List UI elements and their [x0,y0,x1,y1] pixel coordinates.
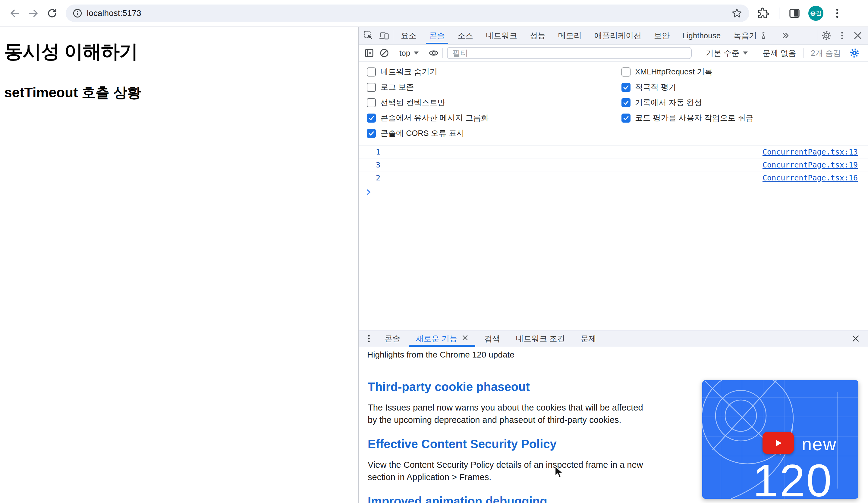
setting-autocomplete-history[interactable]: 기록에서 자동 완성 [613,95,868,110]
console-message-row: 2 ConcurrentPage.tsx:16 [359,171,868,184]
devtools-panel: 요소 콘솔 소스 네트워크 성능 메모리 애플리케이션 보안 Lighthous… [358,27,868,503]
experiment-flask-icon [760,31,768,40]
whats-new-sections: Third-party cookie phaseout The Issues p… [368,363,652,503]
setting-user-activation[interactable]: 코드 평가를 사용자 작업으로 취급 [613,110,868,126]
url-text[interactable]: localhost:5173 [87,8,731,18]
reload-button[interactable] [43,4,61,23]
inspect-cursor-icon [363,30,373,41]
tab-application[interactable]: 애플리케이션 [588,27,648,44]
tab-recorder[interactable]: 녹음기 [727,27,775,44]
hidden-messages-count[interactable]: 2개 숨김 [805,48,847,59]
tab-network[interactable]: 네트워크 [479,27,524,44]
device-toolbar-icon [379,30,389,41]
drawer-menu-button[interactable] [361,331,377,347]
tab-lighthouse[interactable]: Lighthouse [676,27,727,44]
address-bar[interactable]: localhost:5173 [66,4,749,22]
tab-security[interactable]: 보안 [648,27,676,44]
gear-icon [821,30,831,41]
drawer-tabbar: 콘솔 새로운 기능 검색 네트워크 조건 문제 [359,330,868,347]
drawer-close-button[interactable] [843,331,868,347]
site-info-icon[interactable] [72,8,83,18]
checkbox[interactable] [367,129,376,138]
settings-column-right: XMLHttpRequest 기록 적극적 평가 기록에서 자동 완성 코드 평… [613,64,868,141]
close-tab-button[interactable] [462,334,469,343]
live-expression-button[interactable] [426,48,441,58]
devtools-settings-button[interactable] [818,27,834,44]
more-tabs-chevrons-icon [781,31,790,40]
tab-console[interactable]: 콘솔 [423,27,451,44]
devtools-close-button[interactable] [850,27,866,44]
drawer-tab-console[interactable]: 콘솔 [377,331,408,347]
drawer-tab-whats-new[interactable]: 새로운 기능 [408,331,476,347]
console-empty-area[interactable] [359,200,868,330]
back-arrow-icon [9,8,20,19]
chrome-120-video-thumbnail[interactable]: new 120 [702,380,858,499]
drawer-tab-issues[interactable]: 문제 [572,331,604,347]
dropdown-caret-icon [743,52,748,54]
profile-avatar[interactable]: 종길 [808,6,823,21]
ctoolbar-divider3 [442,48,443,58]
ctoolbar-divider4 [755,48,755,58]
checkbox[interactable] [367,67,376,76]
checkbox[interactable] [621,67,630,76]
inspect-element-button[interactable] [360,27,376,44]
console-toolbar: top 기본 수준 문제 없음 2개 숨김 [359,44,868,62]
device-toolbar-button[interactable] [376,27,392,44]
browser-menu-icon[interactable] [831,7,843,19]
ctoolbar-divider2 [425,48,425,58]
console-sidebar-toggle[interactable] [362,48,377,58]
context-selector[interactable]: top [394,49,423,58]
forward-arrow-icon [28,8,39,19]
console-filter-input[interactable] [447,47,692,59]
tab-memory[interactable]: 메모리 [552,27,588,44]
console-messages: 1 ConcurrentPage.tsx:13 3 ConcurrentPage… [359,146,868,200]
setting-preserve-log[interactable]: 로그 보존 [359,80,613,95]
section-title-animation-debugging[interactable]: Improved animation debugging [368,495,652,503]
tab-performance[interactable]: 성능 [524,27,552,44]
checkbox[interactable] [621,114,630,123]
promo-version-label: 120 [753,454,833,499]
setting-eager-eval[interactable]: 적극적 평가 [613,80,868,95]
youtube-play-button[interactable] [763,432,794,454]
tabbar-divider-right [817,30,817,41]
setting-log-xhr[interactable]: XMLHttpRequest 기록 [613,64,868,80]
setting-hide-network[interactable]: 네트워크 숨기기 [359,64,613,80]
settings-column-left: 네트워크 숨기기 로그 보존 선택된 컨텍스트만 콘솔에서 유사한 메시지 그룹… [359,64,613,141]
gear-icon-active [849,48,860,58]
back-button[interactable] [6,4,24,23]
forward-button[interactable] [24,4,43,23]
checkbox[interactable] [621,83,630,92]
close-icon [462,334,469,341]
section-title-cookie-phaseout[interactable]: Third-party cookie phaseout [368,380,652,394]
console-source-link[interactable]: ConcurrentPage.tsx:16 [763,174,858,182]
clear-console-button[interactable] [377,48,392,58]
tab-sources[interactable]: 소스 [451,27,479,44]
checkbox[interactable] [367,98,376,107]
setting-group-similar[interactable]: 콘솔에서 유사한 메시지 그룹화 [359,110,613,126]
checkbox[interactable] [367,114,376,123]
setting-selected-context[interactable]: 선택된 컨텍스트만 [359,95,613,110]
tab-elements[interactable]: 요소 [394,27,423,44]
console-prompt[interactable] [359,184,868,200]
console-source-link[interactable]: ConcurrentPage.tsx:13 [763,148,858,156]
bookmark-star-icon[interactable] [731,8,743,19]
console-source-link[interactable]: ConcurrentPage.tsx:19 [763,160,858,169]
issues-counter[interactable]: 문제 없음 [756,48,802,59]
log-level-selector[interactable]: 기본 수준 [700,48,754,59]
section-title-csp[interactable]: Effective Content Security Policy [368,437,652,451]
checkbox[interactable] [621,98,630,107]
close-icon [852,30,863,41]
kebab-menu-icon [364,333,374,344]
drawer-tab-search[interactable]: 검색 [476,331,508,347]
console-settings-button[interactable] [847,48,862,58]
more-tabs-button[interactable] [775,27,796,44]
setting-show-cors[interactable]: 콘솔에 CORS 오류 표시 [359,126,613,141]
extensions-icon[interactable] [758,7,770,19]
console-message-row: 1 ConcurrentPage.tsx:13 [359,146,868,158]
toolbar-divider [779,8,779,19]
drawer-tab-network-conditions[interactable]: 네트워크 조건 [508,331,572,347]
checkbox[interactable] [367,83,376,92]
devtools-menu-button[interactable] [834,27,850,44]
browser-toolbar: localhost:5173 종길 [0,0,868,27]
side-panel-icon[interactable] [788,7,800,19]
